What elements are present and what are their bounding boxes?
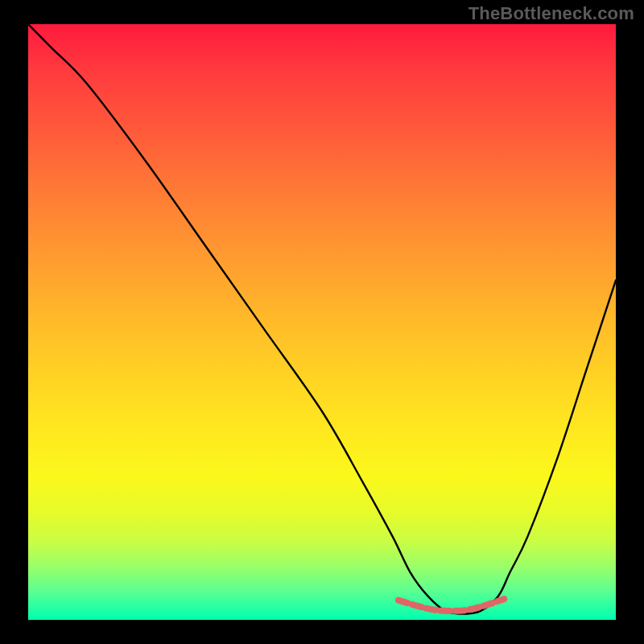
bottleneck-curve-path [28, 24, 616, 614]
chart-container: TheBottleneck.com [0, 0, 644, 644]
watermark-text: TheBottleneck.com [469, 3, 634, 24]
highlight-band-path [398, 599, 504, 611]
chart-svg [28, 24, 616, 620]
plot-area [28, 24, 616, 620]
